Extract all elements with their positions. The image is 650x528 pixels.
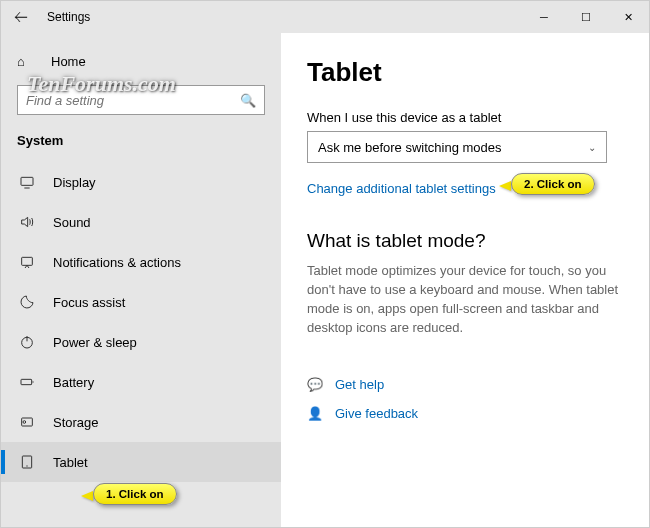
titlebar: 🡠 Settings ─ ☐ ✕ <box>1 1 649 33</box>
sidebar-item-label: Storage <box>53 415 99 430</box>
sidebar-item-power-sleep[interactable]: Power & sleep <box>1 322 281 362</box>
home-label: Home <box>51 54 86 69</box>
sidebar-item-display[interactable]: Display <box>1 162 281 202</box>
dropdown-label: When I use this device as a tablet <box>307 110 623 125</box>
maximize-button[interactable]: ☐ <box>565 1 607 33</box>
minimize-button[interactable]: ─ <box>523 1 565 33</box>
svg-rect-3 <box>21 379 32 384</box>
sidebar-item-label: Power & sleep <box>53 335 137 350</box>
sidebar-item-battery[interactable]: Battery <box>1 362 281 402</box>
feedback-icon: 👤 <box>307 406 323 421</box>
sidebar: ⌂ Home 🔍 System Display Sound Notificati… <box>1 33 281 527</box>
sound-icon <box>17 214 37 230</box>
help-icon: 💬 <box>307 377 323 392</box>
page-title: Tablet <box>307 57 623 88</box>
sidebar-item-label: Sound <box>53 215 91 230</box>
change-additional-settings-link[interactable]: Change additional tablet settings <box>307 181 496 196</box>
svg-point-5 <box>23 421 26 424</box>
sidebar-item-focus-assist[interactable]: Focus assist <box>1 282 281 322</box>
sidebar-item-label: Tablet <box>53 455 88 470</box>
svg-rect-0 <box>21 177 33 185</box>
sidebar-item-sound[interactable]: Sound <box>1 202 281 242</box>
close-button[interactable]: ✕ <box>607 1 649 33</box>
give-feedback-label: Give feedback <box>335 406 418 421</box>
section-heading: System <box>1 125 281 162</box>
subheading: What is tablet mode? <box>307 230 623 252</box>
callout-2: 2. Click on <box>511 173 595 195</box>
window-title: Settings <box>41 10 90 24</box>
tablet-mode-dropdown[interactable]: Ask me before switching modes ⌄ <box>307 131 607 163</box>
power-icon <box>17 334 37 350</box>
search-input[interactable] <box>26 93 240 108</box>
main-content: Tablet When I use this device as a table… <box>281 33 649 527</box>
search-box[interactable]: 🔍 <box>17 85 265 115</box>
callout-arrow-1 <box>81 491 93 501</box>
sidebar-item-label: Focus assist <box>53 295 125 310</box>
description-text: Tablet mode optimizes your device for to… <box>307 262 623 337</box>
battery-icon <box>17 374 37 390</box>
sidebar-item-storage[interactable]: Storage <box>1 402 281 442</box>
sidebar-item-notifications[interactable]: Notifications & actions <box>1 242 281 282</box>
tablet-icon <box>17 454 37 470</box>
give-feedback-link[interactable]: 👤 Give feedback <box>307 406 623 421</box>
get-help-label: Get help <box>335 377 384 392</box>
chevron-down-icon: ⌄ <box>588 142 596 153</box>
search-icon: 🔍 <box>240 93 256 108</box>
dropdown-value: Ask me before switching modes <box>318 140 502 155</box>
get-help-link[interactable]: 💬 Get help <box>307 377 623 392</box>
home-nav[interactable]: ⌂ Home <box>1 43 281 79</box>
notifications-icon <box>17 254 37 270</box>
svg-rect-1 <box>22 257 33 265</box>
focus-assist-icon <box>17 294 37 310</box>
sidebar-item-label: Battery <box>53 375 94 390</box>
sidebar-item-label: Display <box>53 175 96 190</box>
storage-icon <box>17 414 37 430</box>
callout-arrow-2 <box>499 181 511 191</box>
sidebar-item-label: Notifications & actions <box>53 255 181 270</box>
home-icon: ⌂ <box>17 54 37 69</box>
sidebar-item-tablet[interactable]: Tablet <box>1 442 281 482</box>
callout-1: 1. Click on <box>93 483 177 505</box>
display-icon <box>17 174 37 190</box>
back-button[interactable]: 🡠 <box>1 9 41 25</box>
